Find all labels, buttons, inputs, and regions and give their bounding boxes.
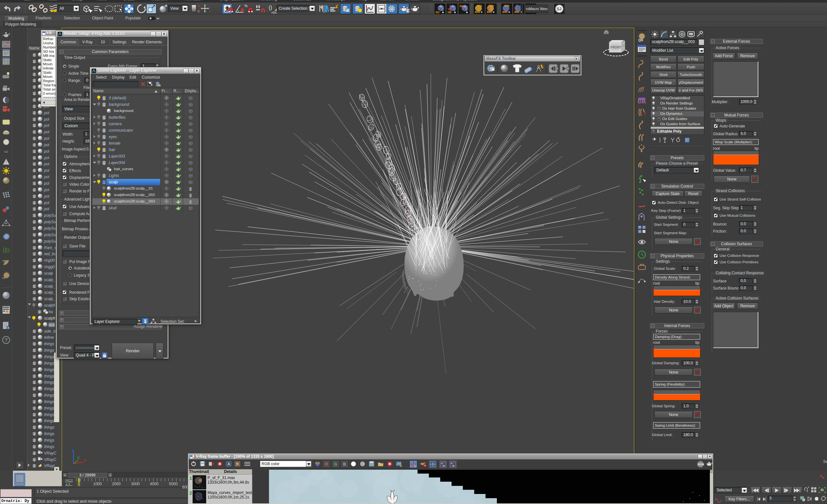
- svg-text:SD: SD: [435, 11, 440, 14]
- svg-text:G: G: [334, 462, 337, 466]
- svg-text:B: B: [343, 462, 346, 466]
- svg-text:%: %: [244, 4, 248, 8]
- svg-text:BIN: BIN: [502, 10, 507, 14]
- svg-text:3: 3: [225, 4, 227, 8]
- svg-text:?: ?: [5, 337, 8, 343]
- svg-text:x: x: [84, 458, 86, 463]
- svg-text:y: y: [77, 455, 80, 460]
- svg-text:BIN: BIN: [475, 10, 480, 14]
- svg-text:HF: HF: [3, 260, 6, 262]
- svg-text:A: A: [441, 462, 443, 464]
- svg-text:STOP: STOP: [698, 463, 704, 466]
- svg-text:z: z: [71, 448, 74, 453]
- svg-text:A: A: [228, 462, 230, 466]
- svg-text:SD: SD: [447, 11, 451, 14]
- svg-text:R: R: [325, 462, 328, 466]
- svg-text:QH: QH: [638, 39, 643, 42]
- svg-text:FRONT: FRONT: [611, 46, 622, 49]
- svg-text:B: B: [236, 462, 239, 466]
- svg-text:Ox: Ox: [2, 277, 5, 279]
- svg-text:BIN: BIN: [477, 4, 482, 7]
- svg-text:{}: {}: [269, 5, 272, 10]
- svg-text:A: A: [451, 462, 452, 464]
- svg-text:BIN: BIN: [504, 4, 509, 7]
- svg-text:SD: SD: [459, 5, 464, 8]
- svg-text:SJ: SJ: [557, 7, 562, 11]
